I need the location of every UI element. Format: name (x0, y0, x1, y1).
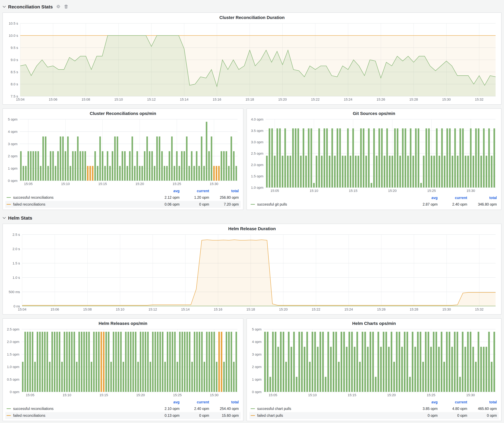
legend-row-failed-reconciliations: failed reconciliations 0.13 opm 0 opm 15… (5, 412, 241, 419)
svg-text:15:24: 15:24 (344, 98, 352, 101)
svg-text:15:18: 15:18 (246, 307, 255, 311)
series-color-glyph (251, 408, 255, 409)
svg-text:15:15: 15:15 (349, 189, 357, 193)
grafana-dashboard: Reconciliation Stats Cluster Reconciliat… (0, 0, 504, 423)
helm-releases-chart[interactable]: 15:0515:1015:1515:2015:2515:300 opm0.5 o… (5, 327, 241, 398)
legend-col-avg[interactable]: avg (410, 196, 439, 200)
cluster-reconciliations-chart[interactable]: 15:0515:1015:1515:2015:2515:300 opm1 opm… (5, 117, 241, 187)
svg-text:2 opm: 2 opm (252, 365, 262, 369)
svg-text:8.0 s: 8.0 s (11, 82, 18, 86)
legend-label[interactable]: failed reconciliations (13, 414, 45, 417)
legend-current-value: 0 opm (181, 414, 211, 417)
svg-text:15:16: 15:16 (214, 307, 222, 311)
legend-row-failed-chart-pulls: failed chart pulls 0 opm 0 opm 0 opm (249, 412, 499, 419)
svg-text:15:10: 15:10 (308, 393, 317, 397)
svg-text:4.0 opm: 4.0 opm (251, 118, 264, 121)
svg-text:1.0 opm: 1.0 opm (7, 365, 19, 369)
panel-title[interactable]: Helm Charts ops/min (249, 320, 499, 327)
legend-col-current[interactable]: current (439, 196, 469, 200)
svg-text:15:25: 15:25 (173, 182, 181, 186)
panel-title[interactable]: Git Sources ops/min (249, 110, 499, 117)
svg-text:15:10: 15:10 (61, 182, 70, 186)
svg-text:1 opm: 1 opm (252, 377, 262, 382)
svg-text:15:10: 15:10 (114, 98, 123, 101)
legend-col-avg[interactable]: avg (410, 400, 439, 404)
svg-text:15:28: 15:28 (409, 98, 418, 101)
legend-avg-value: 0.06 opm (152, 202, 181, 206)
svg-text:2.5 opm: 2.5 opm (7, 327, 19, 331)
svg-text:15:22: 15:22 (311, 98, 320, 101)
legend-row-successful-chart-pulls: successful chart pulls 3.85 opm 4.80 opm… (249, 405, 499, 412)
panel-helm-releases: Helm Releases ops/min 15:0515:1015:1515:… (2, 318, 243, 421)
svg-text:10.0 s: 10.0 s (9, 34, 18, 38)
section-reconciliation-stats[interactable]: Reconciliation Stats (3, 2, 502, 11)
svg-text:3.0 opm: 3.0 opm (251, 140, 264, 144)
legend-label[interactable]: failed reconciliations (13, 202, 45, 206)
svg-text:15:25: 15:25 (427, 189, 436, 193)
svg-text:500 ms: 500 ms (9, 290, 20, 294)
svg-text:15:10: 15:10 (116, 307, 124, 311)
legend: avg current total successful reconciliat… (5, 188, 241, 208)
legend: avg current total successful chart pulls… (249, 399, 499, 419)
legend-current-value: 2.40 opm (181, 407, 211, 411)
legend-total-value: 256.80 opm (211, 196, 241, 199)
helm-release-duration-chart[interactable]: 15:0415:0615:0815:1015:1215:1415:1615:18… (5, 232, 499, 312)
legend: avg current total successful git pulls 2… (249, 195, 499, 208)
svg-text:15:32: 15:32 (475, 98, 483, 101)
svg-text:1.0 opm: 1.0 opm (251, 186, 264, 189)
svg-text:2.0 opm: 2.0 opm (251, 163, 264, 167)
svg-text:2.0 opm: 2.0 opm (7, 340, 19, 344)
legend-total-value: 15.60 opm (211, 414, 241, 417)
legend-label[interactable]: successful git pulls (257, 202, 287, 206)
legend-col-avg[interactable]: avg (152, 189, 181, 193)
panel-title[interactable]: Cluster Reconciliations ops/min (5, 110, 241, 117)
section-helm-stats[interactable]: Helm Stats (3, 214, 502, 222)
legend-col-avg[interactable]: avg (152, 400, 181, 404)
svg-text:7.5 s: 7.5 s (11, 94, 18, 98)
git-sources-chart[interactable]: 15:0515:1015:1515:2015:2515:301.0 opm1.5… (249, 117, 499, 194)
svg-text:15:15: 15:15 (348, 393, 356, 397)
legend-label[interactable]: failed chart pulls (257, 414, 283, 417)
legend-col-current[interactable]: current (181, 189, 211, 193)
svg-text:5 opm: 5 opm (252, 327, 262, 331)
svg-text:0 opm: 0 opm (252, 390, 262, 394)
legend-label[interactable]: successful reconciliations (13, 407, 54, 411)
svg-text:2.5 s: 2.5 s (12, 233, 20, 237)
svg-text:15:05: 15:05 (24, 182, 33, 186)
svg-text:1 opm: 1 opm (8, 166, 18, 170)
legend-label[interactable]: successful reconciliations (13, 196, 54, 199)
legend-col-total[interactable]: total (211, 189, 241, 193)
svg-text:15:20: 15:20 (279, 307, 288, 311)
helm-charts-chart[interactable]: 15:0515:1015:1515:2015:2515:300 opm1 opm… (249, 327, 499, 398)
legend-avg-value: 2.87 opm (410, 202, 439, 206)
panel-title[interactable]: Helm Releases ops/min (5, 320, 241, 327)
legend-header: avg current total (249, 195, 499, 201)
svg-text:15:10: 15:10 (63, 393, 71, 397)
panel-title[interactable]: Cluster Reconciliation Duration (5, 14, 499, 21)
gear-icon[interactable] (56, 4, 61, 9)
legend-label[interactable]: successful chart pulls (257, 407, 291, 411)
svg-text:15:16: 15:16 (213, 98, 221, 101)
legend-col-total[interactable]: total (469, 196, 499, 200)
svg-text:15:22: 15:22 (312, 307, 320, 311)
legend-avg-value: 2.12 opm (152, 196, 181, 199)
svg-text:3 opm: 3 opm (252, 352, 262, 356)
legend-row-successful-git-pulls: successful git pulls 2.87 opm 2.40 opm 3… (249, 201, 499, 208)
svg-text:15:30: 15:30 (210, 182, 218, 186)
legend-col-current[interactable]: current (439, 400, 469, 404)
svg-text:2 opm: 2 opm (8, 154, 18, 158)
svg-text:15:30: 15:30 (442, 307, 451, 311)
svg-text:15:12: 15:12 (147, 98, 156, 101)
series-color-glyph (6, 197, 11, 198)
legend-total-value: 254.40 opm (211, 407, 241, 411)
panel-title[interactable]: Helm Release Duration (5, 225, 499, 232)
section-title: Helm Stats (8, 215, 32, 220)
svg-text:15:20: 15:20 (136, 393, 145, 397)
svg-text:15:20: 15:20 (387, 393, 396, 397)
legend-col-total[interactable]: total (469, 400, 499, 404)
legend-col-total[interactable]: total (211, 400, 241, 404)
legend-col-current[interactable]: current (181, 400, 211, 404)
trash-icon[interactable] (64, 4, 68, 9)
legend-total-value: 7.20 opm (211, 202, 241, 206)
cluster-reconciliation-duration-chart[interactable]: 15:0415:0615:0815:1015:1215:1415:1615:18… (5, 21, 499, 102)
